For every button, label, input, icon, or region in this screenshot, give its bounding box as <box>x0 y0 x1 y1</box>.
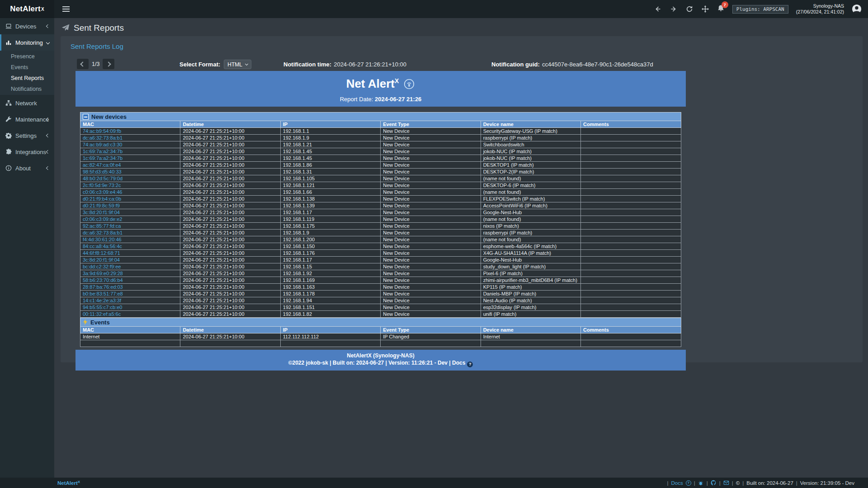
cell-mac[interactable]: b0:be:83:51:77:e8 <box>80 291 180 297</box>
cell-mac[interactable]: 3c:8d:20:f1:9f:04 <box>80 257 180 263</box>
cell-mac[interactable]: 98:5f:d3:d5:40:33 <box>80 169 180 175</box>
cell-mac[interactable]: f4:4d:30:61:20:46 <box>80 236 180 243</box>
cell-mac[interactable]: 1c:69:7a:a2:34:7b <box>80 148 180 155</box>
cell-mac[interactable]: 92:ac:85:77:fd:ca <box>80 223 180 230</box>
cell-mac[interactable]: d0:21:f9:b4:ca:0b <box>80 196 180 202</box>
docs-link[interactable]: Docs <box>671 480 683 486</box>
sidebar-item-label: Network <box>15 100 37 107</box>
sidebar-item-sent-reports[interactable]: Sent Reports <box>0 73 54 84</box>
cell-ip: 192.168.1.45 <box>280 148 380 155</box>
cell-comments <box>581 311 681 318</box>
cell-ip: 192.168.1.66 <box>280 189 380 196</box>
move-icon[interactable] <box>701 5 709 13</box>
next-page-button[interactable] <box>103 59 114 69</box>
cell-event: New Device <box>381 297 481 304</box>
cell-event: New Device <box>381 304 481 311</box>
cell-name: raspberrypi (IP match) <box>481 230 580 236</box>
cell-mac[interactable]: 28:87:ba:76:ed:03 <box>80 284 180 291</box>
cell-mac[interactable]: 1c:69:7a:a2:34:7b <box>80 155 180 162</box>
sidebar-item-integrations[interactable]: Integrations <box>0 144 54 160</box>
sidebar-item-presence[interactable]: Presence <box>0 51 54 62</box>
cell-name: unifi (IP match) <box>481 311 580 318</box>
report-footer-line1: NetAlertX (Synology-NAS) <box>75 352 686 359</box>
cell-mac[interactable]: 3c:8d:20:f1:9f:04 <box>80 209 180 216</box>
cell-datetime: 2024-06-27 21:25:21+10:00 <box>180 291 280 297</box>
bug-icon[interactable] <box>698 480 704 486</box>
refresh-icon[interactable] <box>685 5 693 13</box>
notifications-bell[interactable]: 7 <box>717 5 725 14</box>
table-header-row: MAC Datetime IP Event Type Device name C… <box>80 121 681 128</box>
cell-mac[interactable]: bc:dd:c2:32:f9:ee <box>80 263 180 270</box>
cell-mac[interactable]: dc:a6:32:73:8a:b1 <box>80 230 180 236</box>
sidebar-item-about[interactable]: About <box>0 160 54 176</box>
sidebar-item-maintenance[interactable]: Maintenance <box>0 111 54 127</box>
cell-datetime: 2024-06-27 21:25:21+10:00 <box>180 128 280 135</box>
app-logo[interactable]: NetAlertX <box>0 0 54 18</box>
cell-name: esp32display (IP match) <box>481 304 580 311</box>
cell-datetime: 2024-06-27 21:25:21+10:00 <box>180 304 280 311</box>
sidebar-item-monitoring[interactable]: Monitoring <box>0 34 54 51</box>
cell-mac[interactable]: 48:b0:2d:5c:79:0d <box>80 175 180 182</box>
user-avatar[interactable] <box>852 4 862 14</box>
cell-mac[interactable]: 3a:9d:69:e0:29:28 <box>80 270 180 277</box>
cell-datetime: 2024-06-27 21:25:21+10:00 <box>180 284 280 291</box>
cell-event: New Device <box>381 216 481 223</box>
table-row: 48:b0:2d:5c:79:0d2024-06-27 21:25:21+10:… <box>80 175 681 182</box>
sidebar-item-events[interactable]: Events <box>0 62 54 73</box>
github-icon[interactable] <box>711 480 717 486</box>
cell-mac: Internet <box>80 333 180 340</box>
email-icon[interactable] <box>723 480 729 486</box>
format-select[interactable]: HTML <box>224 60 251 69</box>
cell-ip: 192.168.1.200 <box>280 236 380 243</box>
cell-mac[interactable]: 74:ac:b9:ad:c3:30 <box>80 141 180 148</box>
cell-mac[interactable]: 74:ac:b9:54:09:fb <box>80 128 180 135</box>
license-symbol[interactable]: © <box>736 480 740 486</box>
question-circle-icon[interactable]: ? <box>686 480 691 486</box>
table-row: ac:82:47:ca:0f:e42024-06-27 21:25:21+10:… <box>80 162 681 169</box>
nav-forward-icon[interactable] <box>670 5 678 13</box>
col-device-name: Device name <box>481 121 580 128</box>
cell-mac[interactable]: 14:c1:4e:2e:a3:3f <box>80 297 180 304</box>
cell-datetime: 2024-06-27 21:25:21+10:00 <box>180 182 280 189</box>
plugins-status-badge[interactable]: Plugins: ARPSCAN <box>732 5 788 14</box>
cell-mac[interactable]: dc:a6:32:73:8a:b1 <box>80 135 180 141</box>
sidebar-item-devices[interactable]: Devices <box>0 18 54 34</box>
cell-name: zhimi-airpurifier-mb3_mibtD6B4 (IP match… <box>481 277 580 284</box>
prev-page-button[interactable] <box>77 59 89 69</box>
events-tbody: Internet2024-06-27 21:25:21+10:00112.112… <box>80 333 681 347</box>
cell-mac[interactable]: ac:82:47:ca:0f:e4 <box>80 162 180 169</box>
cell-datetime: 2024-06-27 21:25:21+10:00 <box>180 202 280 209</box>
cell-mac[interactable]: d0:21:f9:8c:59:f9 <box>80 202 180 209</box>
footer-brand[interactable]: NetAlertX <box>57 480 80 486</box>
cell-mac[interactable]: 44:6f:f8:12:68:71 <box>80 250 180 257</box>
cell-mac[interactable]: 94:b5:55:c7:cb:e0 <box>80 304 180 311</box>
cell-mac[interactable]: 84:cc:a8:4a:56:4c <box>80 243 180 250</box>
cell-ip: 192.168.1.105 <box>280 175 380 182</box>
sent-reports-log-link[interactable]: Sent Reports Log <box>71 42 123 50</box>
nav-back-icon[interactable] <box>654 5 662 13</box>
info-icon <box>5 165 12 171</box>
col-event-type: Event Type <box>381 121 481 128</box>
sidebar-toggle-button[interactable] <box>57 0 75 18</box>
cell-ip: 192.168.1.9 <box>280 230 380 236</box>
sidebar-item-settings[interactable]: Settings <box>0 127 54 144</box>
cell-mac[interactable]: c0:06:c3:09:de:e2 <box>80 216 180 223</box>
main-content: Sent Reports Sent Reports Log 1/3 Select… <box>54 18 868 478</box>
cell-ip: 192.168.1.17 <box>280 209 380 216</box>
cell-mac[interactable]: 58:b6:23:70:d6:b4 <box>80 277 180 284</box>
cell-mac[interactable]: 00:11:32:ef:a5:6c <box>80 311 180 318</box>
cell-ip: 192.168.1.1 <box>280 128 380 135</box>
cell-event: New Device <box>381 182 481 189</box>
sub-item-label: Events <box>11 64 28 70</box>
sidebar-item-network[interactable]: Network <box>0 95 54 111</box>
cell-mac[interactable]: c0:06:c3:09:e4:46 <box>80 189 180 196</box>
cell-name: (name not found) <box>481 189 580 196</box>
new-devices-tbody: 74:ac:b9:54:09:fb2024-06-27 21:25:21+10:… <box>80 128 681 318</box>
cell-mac[interactable]: 2c:f0:5d:9e:73:2c <box>80 182 180 189</box>
notification-time-group: Notification time: 2024-06-27 21:26:21+1… <box>283 61 406 68</box>
col-ip: IP <box>280 121 380 128</box>
table-row: 14:c1:4e:2e:a3:3f2024-06-27 21:25:21+10:… <box>80 297 681 304</box>
sidebar-item-notifications[interactable]: Notifications <box>0 84 54 94</box>
table-row: c0:06:c3:09:de:e22024-06-27 21:25:21+10:… <box>80 216 681 223</box>
table-row: 1c:69:7a:a2:34:7b2024-06-27 21:25:21+10:… <box>80 148 681 155</box>
